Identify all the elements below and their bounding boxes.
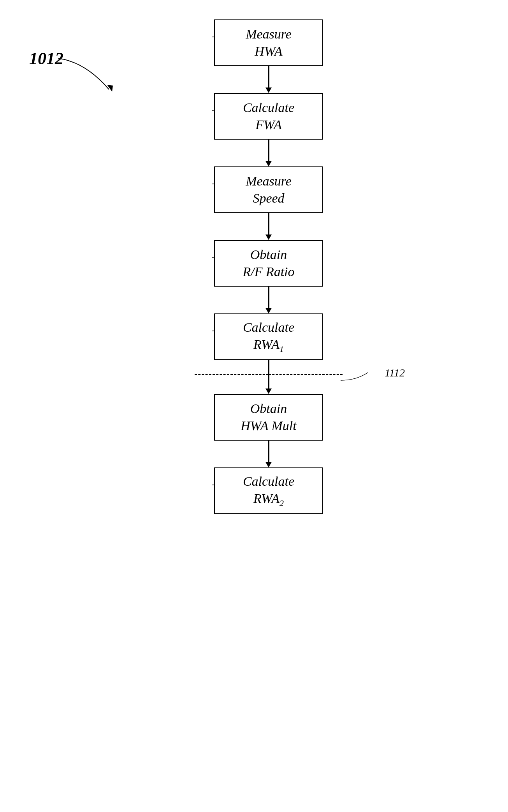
line-3	[268, 213, 269, 234]
dashed-right	[269, 374, 343, 375]
connector-4	[265, 287, 272, 313]
box-1108-wrapper: 1108 ObtainR/F Ratio	[195, 240, 343, 287]
box-1106-label: MeasureSpeed	[246, 173, 292, 207]
dashed-left	[195, 374, 269, 375]
line-2	[268, 140, 269, 161]
box-1104: CalculateFWA	[214, 93, 323, 140]
dashed-section: 1112	[195, 360, 343, 394]
arrow-5	[265, 388, 272, 394]
line-5a	[268, 360, 269, 374]
box-1104-label: CalculateFWA	[243, 99, 294, 133]
connector-3	[265, 213, 272, 240]
ref-label-1112: 1112	[385, 367, 405, 379]
box-1106: MeasureSpeed	[214, 166, 323, 213]
page-container: 1012 1102 MeasureHWA	[0, 0, 508, 812]
box-1108: ObtainR/F Ratio	[214, 240, 323, 287]
line-4	[268, 287, 269, 308]
box-1112-wrapper: ObtainHWA Mult	[195, 394, 343, 441]
line-6	[268, 441, 269, 462]
ref-1112-line	[341, 371, 387, 386]
box-1108-label: ObtainR/F Ratio	[243, 246, 294, 280]
connector-2	[265, 140, 272, 166]
box-1114: CalculateRWA2	[214, 467, 323, 514]
line-1	[268, 66, 269, 88]
flowchart: 1102 MeasureHWA 1104 CalculateFWA	[195, 19, 343, 514]
box-1102-label: MeasureHWA	[246, 26, 292, 60]
box-1114-label: CalculateRWA2	[243, 473, 294, 509]
connector-6	[265, 441, 272, 467]
arrow-1012-svg	[54, 54, 132, 101]
box-1102: MeasureHWA	[214, 19, 323, 66]
box-1110-label: CalculateRWA1	[243, 319, 294, 355]
box-1110: CalculateRWA1	[214, 313, 323, 360]
box-1112: ObtainHWA Mult	[214, 394, 323, 441]
box-1110-wrapper: 1110 CalculateRWA1	[195, 313, 343, 360]
box-1102-wrapper: 1102 MeasureHWA	[195, 19, 343, 66]
dashed-row: 1112	[195, 374, 343, 375]
box-1106-wrapper: 1106 MeasureSpeed	[195, 166, 343, 213]
box-1114-wrapper: 1114 CalculateRWA2	[195, 467, 343, 514]
line-5b	[268, 375, 269, 388]
connector-1	[265, 66, 272, 93]
box-1112-label: ObtainHWA Mult	[241, 400, 296, 434]
box-1104-wrapper: 1104 CalculateFWA	[195, 93, 343, 140]
